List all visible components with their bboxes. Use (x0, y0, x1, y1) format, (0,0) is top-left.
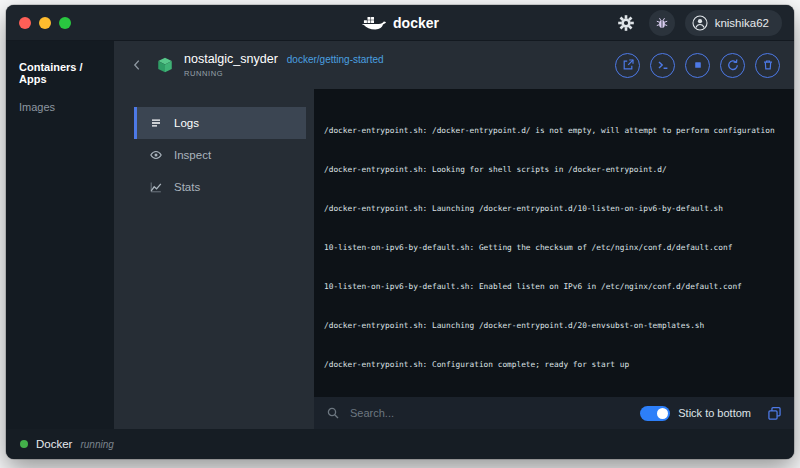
container-name: nostalgic_snyder (184, 52, 278, 66)
cli-button[interactable] (650, 53, 675, 78)
sidebar-item-containers-apps[interactable]: Containers / Apps (6, 53, 114, 93)
restart-button[interactable] (720, 53, 745, 78)
delete-button[interactable] (755, 53, 780, 78)
log-line: /docker-entrypoint.sh: /docker-entrypoin… (324, 124, 784, 137)
stick-to-bottom-label: Stick to bottom (678, 407, 751, 419)
account-label: knishika62 (715, 17, 769, 29)
log-panel: /docker-entrypoint.sh: /docker-entrypoin… (314, 89, 794, 429)
sidebar: Containers / Apps Images (6, 41, 114, 429)
container-image-link[interactable]: docker/getting-started (287, 54, 384, 65)
cli-icon (656, 58, 670, 72)
window-controls (6, 17, 71, 29)
search-icon (326, 406, 340, 420)
container-name-block: nostalgic_snyder docker/getting-started … (184, 52, 384, 78)
sidebar-item-images[interactable]: Images (6, 93, 114, 121)
back-button[interactable] (128, 56, 146, 74)
log-line: /docker-entrypoint.sh: Looking for shell… (324, 163, 784, 176)
zoom-button[interactable] (59, 17, 71, 29)
delete-trash-icon (761, 58, 775, 72)
settings-button[interactable] (613, 10, 639, 36)
log-line: 10-listen-on-ipv6-by-default.sh: Getting… (324, 241, 784, 254)
copy-logs-button[interactable] (767, 406, 782, 421)
statusbar-app: Docker (36, 438, 72, 450)
restart-icon (726, 58, 740, 72)
docker-whale-icon (361, 14, 386, 32)
main-area: nostalgic_snyder docker/getting-started … (114, 41, 794, 429)
stop-button[interactable] (685, 53, 710, 78)
account-button[interactable]: knishika62 (685, 10, 782, 36)
detail-tabs: Logs Inspect Stats (134, 107, 306, 203)
statusbar: Docker running (6, 429, 794, 459)
tab-label: Logs (174, 117, 199, 129)
settings-gear-icon (618, 15, 634, 31)
stick-to-bottom-toggle[interactable] (640, 406, 670, 421)
docker-logo: docker (361, 14, 439, 32)
bug-report-button[interactable] (649, 10, 675, 36)
container-cube-icon (156, 56, 174, 74)
log-output[interactable]: /docker-entrypoint.sh: /docker-entrypoin… (314, 89, 794, 397)
copy-icon (767, 406, 782, 421)
minimize-button[interactable] (39, 17, 51, 29)
toggle-knob (657, 408, 668, 419)
tab-label: Inspect (174, 149, 211, 161)
log-line: /docker-entrypoint.sh: Configuration com… (324, 358, 784, 371)
container-actions (615, 53, 780, 78)
stats-chart-icon (149, 180, 163, 194)
close-button[interactable] (19, 17, 31, 29)
open-in-browser-icon (621, 58, 635, 72)
log-line: /docker-entrypoint.sh: Launching /docker… (324, 319, 784, 332)
app-name: docker (393, 15, 439, 31)
log-line: /docker-entrypoint.sh: Launching /docker… (324, 202, 784, 215)
sidebar-item-label: Images (19, 101, 55, 113)
tab-inspect[interactable]: Inspect (134, 139, 306, 171)
container-state: RUNNING (184, 69, 384, 78)
statusbar-status: running (80, 439, 113, 450)
logs-icon (149, 116, 163, 130)
user-icon (692, 15, 708, 31)
titlebar-actions: knishika62 (613, 10, 794, 36)
sidebar-item-label: Containers / Apps (19, 61, 83, 85)
tab-logs[interactable]: Logs (134, 107, 306, 139)
log-line: 10-listen-on-ipv6-by-default.sh: Enabled… (324, 280, 784, 293)
log-search-input[interactable] (348, 406, 640, 420)
back-chevron-icon (130, 58, 144, 72)
stop-icon (691, 58, 705, 72)
log-footer: Stick to bottom (314, 397, 794, 429)
running-dot-icon (20, 440, 28, 448)
container-header: nostalgic_snyder docker/getting-started … (114, 41, 794, 89)
tab-stats[interactable]: Stats (134, 171, 306, 203)
open-in-browser-button[interactable] (615, 53, 640, 78)
docker-desktop-window: docker (6, 5, 794, 459)
bug-icon (655, 16, 669, 30)
inspect-eye-icon (149, 148, 163, 162)
titlebar: docker (6, 5, 794, 41)
tab-label: Stats (174, 181, 200, 193)
